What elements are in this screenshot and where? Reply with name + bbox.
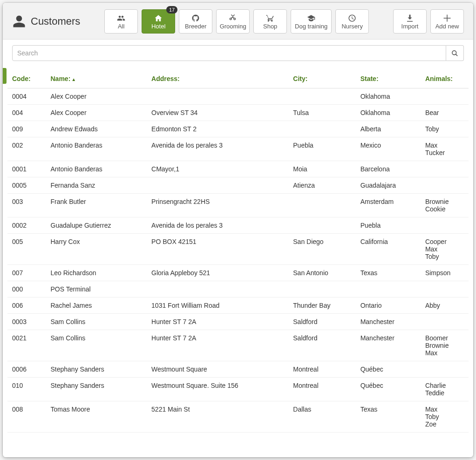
github-icon — [191, 14, 200, 22]
table-row[interactable]: 0001Antonio BanderasCMayor,1MoiaBarcelon… — [7, 161, 469, 177]
tab-breeder[interactable]: Breeder — [179, 9, 212, 34]
cell-address: Avenida de los perales 3 — [147, 137, 288, 161]
add-new-button[interactable]: Add new — [430, 9, 464, 34]
cell-animals — [421, 177, 469, 194]
tab-badge: 17 — [166, 6, 177, 14]
tab-dog-training[interactable]: Dog training — [291, 9, 332, 34]
cell-code: 007 — [7, 265, 46, 281]
table-row[interactable]: 000POS Terminal — [7, 281, 469, 298]
cart-icon — [266, 14, 274, 22]
cell-animals — [421, 161, 469, 177]
cell-state: Barcelona — [356, 161, 421, 177]
cell-address: Westmount Square — [147, 361, 288, 378]
cell-animals: CooperMaxToby — [421, 234, 469, 265]
cell-address: Westmount Square. Suite 156 — [147, 378, 288, 401]
table-header-row: Code: Name:▲ Address: City: State: Anima… — [7, 67, 469, 88]
cell-animals — [421, 281, 469, 298]
sort-asc-icon: ▲ — [71, 77, 76, 82]
cell-state: Amsterdam — [356, 194, 421, 217]
cell-name: Alex Cooper — [46, 105, 147, 121]
import-label: Import — [401, 23, 419, 29]
tab-grooming[interactable]: Grooming — [216, 9, 250, 34]
table-row[interactable]: 0004Alex CooperOklahoma — [7, 88, 469, 105]
cell-state: Oklahoma — [356, 105, 421, 121]
cell-code: 0002 — [7, 217, 46, 234]
tab-label: All — [118, 23, 124, 29]
cell-state: Manchester — [356, 314, 421, 330]
table-row[interactable]: 004Alex CooperOverview ST 34TulsaOklahom… — [7, 105, 469, 121]
search-icon — [451, 50, 458, 57]
column-state[interactable]: State: — [356, 67, 421, 88]
search-row — [3, 40, 473, 67]
app-window: Customers All17HotelBreederGroomingShopD… — [3, 3, 473, 457]
edge-tab[interactable] — [3, 68, 7, 84]
table-row[interactable]: 010Stephany SandersWestmount Square. Sui… — [7, 378, 469, 401]
cell-state: Québec — [356, 378, 421, 401]
search-input[interactable] — [12, 45, 446, 61]
cell-address: CMayor,1 — [147, 161, 288, 177]
graduation-icon — [307, 14, 315, 22]
tab-hotel[interactable]: 17Hotel — [142, 9, 175, 34]
cell-address — [147, 177, 288, 194]
cell-city: Dallas — [288, 401, 355, 433]
cell-animals: MaxTobyZoe — [421, 401, 469, 433]
cell-animals: Toby — [421, 121, 469, 137]
cell-animals — [421, 361, 469, 378]
cell-animals — [421, 314, 469, 330]
column-address[interactable]: Address: — [147, 67, 288, 88]
cell-state — [356, 281, 421, 298]
table-row[interactable]: 005Harry CoxPO BOX 42151San DiegoCalifor… — [7, 234, 469, 265]
cell-state: Oklahoma — [356, 88, 421, 105]
cell-address: Hunter ST 7 2A — [147, 314, 288, 330]
table-row[interactable]: 002Antonio BanderasAvenida de los perale… — [7, 137, 469, 161]
cell-name: Harry Cox — [46, 234, 147, 265]
column-name[interactable]: Name:▲ — [46, 67, 147, 88]
cell-code: 010 — [7, 378, 46, 401]
cell-name: POS Terminal — [46, 281, 147, 298]
tab-label: Hotel — [151, 23, 165, 29]
cell-name: Leo Richardson — [46, 265, 147, 281]
add-new-label: Add new — [435, 23, 459, 29]
table-row[interactable]: 009Andrew EdwadsEdmonton ST 2AlbertaToby — [7, 121, 469, 137]
column-animals[interactable]: Animals: — [421, 67, 469, 88]
cell-animals: Abby — [421, 298, 469, 314]
cell-city: Puebla — [288, 137, 355, 161]
cell-city: Tulsa — [288, 105, 355, 121]
import-button[interactable]: Import — [393, 9, 427, 34]
cell-animals — [421, 217, 469, 234]
cell-address — [147, 281, 288, 298]
cell-name: Andrew Edwads — [46, 121, 147, 137]
cut-icon — [229, 14, 237, 22]
cell-name: Tomas Moore — [46, 401, 147, 433]
table-row[interactable]: 0006Stephany SandersWestmount SquareMont… — [7, 361, 469, 378]
table-row[interactable]: 0003Sam CollinsHunter ST 7 2ASaldfordMan… — [7, 314, 469, 330]
cell-state: Texas — [356, 401, 421, 433]
cell-code: 004 — [7, 105, 46, 121]
tab-all[interactable]: All — [104, 9, 138, 34]
tab-label: Grooming — [220, 23, 246, 29]
cell-city — [288, 194, 355, 217]
cell-name: Fernanda Sanz — [46, 177, 147, 194]
table-row[interactable]: 008Tomas Moore5221 Main StDallasTexasMax… — [7, 401, 469, 433]
tab-shop[interactable]: Shop — [253, 9, 287, 34]
table-row[interactable]: 0005Fernanda SanzAtienzaGuadalajara — [7, 177, 469, 194]
cell-city: Montreal — [288, 378, 355, 401]
table-row[interactable]: 006Rachel James1031 Fort William RoadThu… — [7, 298, 469, 314]
cell-name: Antonio Banderas — [46, 137, 147, 161]
cell-city: San Antonio — [288, 265, 355, 281]
table-row[interactable]: 0002Guadalupe GutierrezAvenida de los pe… — [7, 217, 469, 234]
tab-nursery[interactable]: Nursery — [335, 9, 369, 34]
cell-city — [288, 217, 355, 234]
cell-city — [288, 88, 355, 105]
column-city[interactable]: City: — [288, 67, 355, 88]
table-row[interactable]: 0021Sam CollinsHunter ST 7 2ASaldfordMan… — [7, 330, 469, 361]
table-row[interactable]: 003Frank ButlerPrinsengracht 22HSAmsterd… — [7, 194, 469, 217]
cell-address: 1031 Fort William Road — [147, 298, 288, 314]
cell-city — [288, 281, 355, 298]
cell-code: 0006 — [7, 361, 46, 378]
search-button[interactable] — [446, 45, 464, 61]
column-code[interactable]: Code: — [7, 67, 46, 88]
cell-address: PO BOX 42151 — [147, 234, 288, 265]
table-row[interactable]: 007Leo RichardsonGloria Appleboy 521San … — [7, 265, 469, 281]
plus-icon — [443, 14, 451, 22]
